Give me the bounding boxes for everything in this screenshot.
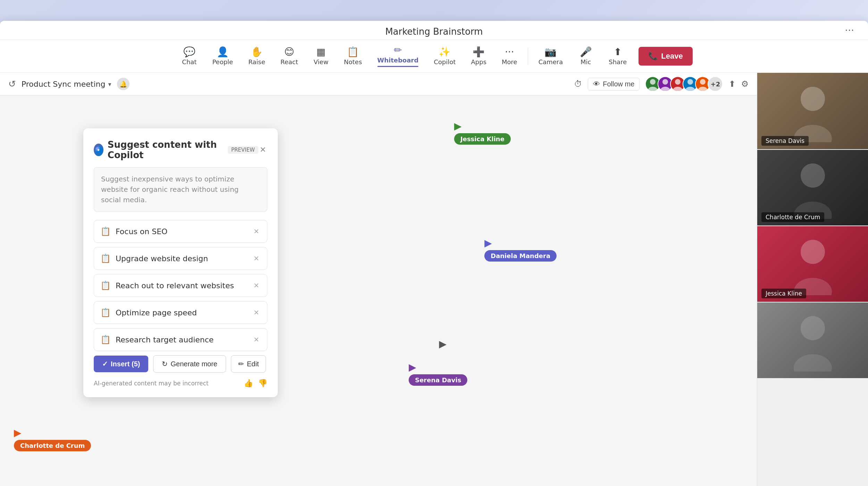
suggestion-item-speed[interactable]: 📋 Optimize page speed ✕ [94, 301, 267, 324]
edit-button[interactable]: ✏ Edit [231, 355, 266, 373]
suggestion-seo-left: 📋 Focus on SEO [100, 227, 167, 236]
refresh-icon[interactable]: ↺ [8, 79, 16, 89]
toolbar-share[interactable]: ⬆ Share [602, 44, 633, 68]
fourth-video-feed [757, 302, 868, 378]
raise-label: Raise [248, 58, 265, 66]
thumbs-up-icon[interactable]: 👍 [244, 379, 253, 387]
toolbar-camera[interactable]: 📷 Camera [532, 44, 569, 68]
insert-check-icon: ✓ [102, 360, 108, 368]
cursor-serena-named-arrow: ▶ [409, 361, 416, 373]
suggestion-audience-remove[interactable]: ✕ [252, 334, 261, 345]
notes-label: Notes [344, 58, 362, 66]
edit-label: Edit [247, 360, 259, 368]
leave-label: Leave [661, 52, 683, 61]
copilot-footer: AI-generated content may be incorrect 👍 … [94, 379, 267, 387]
chat-icon: 💬 [183, 47, 195, 57]
cursor-serena-arrow: ▶ [439, 338, 446, 350]
cursor-daniela: ▶ Daniela Mandera [484, 237, 557, 262]
svg-point-8 [700, 79, 706, 85]
timer-icon[interactable]: ⏱ [574, 79, 582, 89]
whiteboard-icon: ✏️ [394, 45, 402, 55]
follow-me-button[interactable]: 👁 Follow me [588, 78, 640, 91]
avatar-more[interactable]: +2 [708, 76, 723, 92]
share-whiteboard-icon[interactable]: ⬆ [728, 79, 735, 89]
suggestion-reach-text: Reach out to relevant websites [116, 281, 234, 290]
copilot-close-button[interactable]: ✕ [258, 144, 267, 155]
thumbs-down-icon[interactable]: 👎 [258, 379, 267, 387]
svg-point-2 [662, 79, 668, 85]
cursor-daniela-label: Daniela Mandera [484, 250, 557, 262]
leave-phone-icon: 📞 [648, 52, 658, 61]
serena-name-badge: Serena Davis [761, 136, 809, 146]
toolbar-mic[interactable]: 🎤 Mic [572, 44, 600, 68]
svg-point-1 [648, 87, 658, 91]
copilot-title-text: Suggest content with Copilot [108, 139, 222, 160]
cursor-charlotte-label: Charlotte de Crum [14, 440, 91, 451]
suggestion-reach-remove[interactable]: ✕ [252, 280, 261, 291]
toolbar-view[interactable]: ▦ View [307, 44, 335, 68]
insert-button[interactable]: ✓ Insert (5) [94, 356, 148, 372]
jessica-name-badge: Jessica Kline [761, 289, 806, 298]
cursor-charlotte: ▶ Charlotte de Crum [14, 427, 91, 451]
copilot-icon: ✨ [439, 47, 451, 57]
meeting-name-dropdown[interactable]: Product Sync meeting ▾ [22, 80, 111, 88]
suggestion-design-remove[interactable]: ✕ [252, 253, 261, 264]
generate-more-button[interactable]: ↻ Generate more [153, 355, 226, 373]
cursor-jessica-label: Jessica Kline [454, 133, 511, 145]
svg-point-14 [801, 163, 825, 188]
charlotte-name-badge: Charlotte de Crum [761, 212, 824, 222]
title-bar-more[interactable]: ··· [845, 25, 854, 36]
feedback-icons: 👍 👎 [244, 379, 267, 387]
toolbar-react[interactable]: 😊 React [274, 44, 304, 68]
leave-button[interactable]: 📞 Leave [639, 47, 692, 66]
toolbar-apps[interactable]: ➕ Apps [465, 44, 493, 68]
svg-point-6 [687, 79, 693, 85]
suggestion-speed-remove[interactable]: ✕ [252, 307, 261, 318]
suggestion-item-audience[interactable]: 📋 Research target audience ✕ [94, 328, 267, 351]
suggestion-audience-emoji: 📋 [100, 335, 111, 344]
react-icon: 😊 [284, 47, 294, 57]
chat-label: Chat [182, 58, 197, 66]
mic-icon: 🎤 [580, 47, 592, 57]
more-label: More [502, 58, 517, 66]
whiteboard-canvas[interactable]: ▶ Jessica Kline ▶ Daniela Mandera ▶ ▶ Se… [0, 97, 757, 486]
toolbar-chat[interactable]: 💬 Chat [175, 44, 203, 68]
svg-point-3 [660, 87, 670, 91]
title-bar: Marketing Brainstorm ··· [0, 21, 868, 40]
toolbar-divider [528, 48, 528, 65]
generate-icon: ↻ [162, 360, 168, 368]
settings-icon[interactable]: ⚙ [741, 79, 749, 89]
apps-icon: ➕ [473, 47, 485, 57]
follow-me-label: Follow me [603, 80, 634, 88]
copilot-header: ✦ Suggest content with Copilot PREVIEW ✕ [94, 139, 267, 160]
suggestion-design-left: 📋 Upgrade website design [100, 254, 208, 263]
cursor-serena-named: ▶ Serena Davis [409, 361, 467, 386]
svg-point-16 [801, 240, 825, 264]
suggestion-seo-remove[interactable]: ✕ [252, 226, 261, 237]
suggestion-item-reach[interactable]: 📋 Reach out to relevant websites ✕ [94, 274, 267, 297]
camera-icon: 📷 [544, 47, 557, 57]
whiteboard-area: ↺ Product Sync meeting ▾ 🔔 ⏱ 👁 Follow me [0, 73, 757, 486]
svg-point-7 [685, 87, 695, 91]
chevron-down-icon: ▾ [108, 80, 111, 88]
suggestion-item-design[interactable]: 📋 Upgrade website design ✕ [94, 247, 267, 270]
svg-point-4 [675, 79, 681, 85]
toolbar-notes[interactable]: 📋 Notes [338, 44, 368, 68]
toolbar-people[interactable]: 👤 People [206, 44, 239, 68]
toolbar-whiteboard[interactable]: ✏️ Whiteboard [371, 43, 425, 70]
cursor-jessica-arrow: ▶ [454, 120, 462, 132]
cursor-serena-label: Serena Davis [409, 374, 467, 386]
toolbar-raise[interactable]: ✋ Raise [242, 44, 272, 68]
toolbar-more[interactable]: ··· More [495, 44, 524, 68]
react-label: React [281, 58, 298, 66]
suggestion-item-seo[interactable]: 📋 Focus on SEO ✕ [94, 220, 267, 243]
view-label: View [314, 58, 328, 66]
svg-point-12 [801, 87, 825, 111]
svg-point-18 [801, 316, 825, 340]
video-card-serena: Serena Davis [757, 73, 868, 149]
copilot-preview-badge: PREVIEW [228, 146, 258, 154]
copilot-panel: ✦ Suggest content with Copilot PREVIEW ✕… [83, 128, 278, 397]
meeting-person-icon[interactable]: 🔔 [117, 78, 130, 90]
toolbar-copilot[interactable]: ✨ Copilot [427, 44, 462, 68]
mic-label: Mic [581, 58, 591, 66]
